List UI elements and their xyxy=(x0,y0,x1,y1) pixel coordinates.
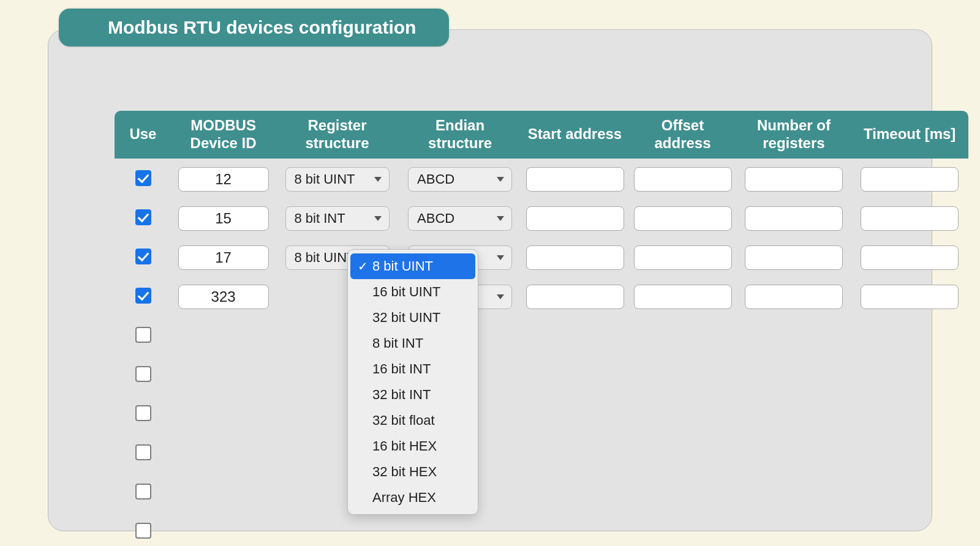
use-checkbox[interactable] xyxy=(135,405,151,421)
table-row: 8 bit UINTABCD xyxy=(115,237,968,276)
number-registers-input[interactable] xyxy=(745,245,843,270)
dropdown-option[interactable]: 32 bit HEX xyxy=(348,459,478,485)
col-use: Use xyxy=(115,111,172,159)
dropdown-option[interactable]: 16 bit INT xyxy=(348,356,478,382)
table-row xyxy=(115,433,968,472)
table-row xyxy=(115,472,968,511)
table-row: 8 bit UINTABCD xyxy=(115,276,968,315)
chevron-down-icon xyxy=(497,177,504,182)
offset-address-input[interactable] xyxy=(634,167,732,192)
register-structure-select[interactable]: 8 bit INT xyxy=(285,206,390,231)
endian-structure-select[interactable]: ABCD xyxy=(408,167,512,192)
use-checkbox[interactable] xyxy=(135,444,151,460)
col-device-id: MODBUS Device ID xyxy=(172,111,275,159)
number-registers-input[interactable] xyxy=(745,167,843,192)
table-row xyxy=(115,394,968,433)
chevron-down-icon xyxy=(497,255,504,260)
device-id-input[interactable] xyxy=(178,285,269,309)
chevron-down-icon xyxy=(497,294,504,299)
chevron-down-icon xyxy=(374,177,382,182)
col-number-registers: Number of registers xyxy=(737,111,851,159)
start-address-input[interactable] xyxy=(526,245,624,270)
endian-structure-value: ABCD xyxy=(417,211,454,226)
col-register-structure: Register structure xyxy=(275,111,399,159)
dropdown-option[interactable]: 16 bit HEX xyxy=(348,433,478,459)
register-structure-value: 8 bit UINT xyxy=(295,171,355,187)
table-row xyxy=(115,315,968,354)
config-table: Use MODBUS Device ID Register structure … xyxy=(115,111,968,546)
endian-structure-value: ABCD xyxy=(417,171,454,187)
register-structure-value: 8 bit UINT xyxy=(295,250,355,266)
use-checkbox[interactable] xyxy=(135,170,151,186)
use-checkbox[interactable] xyxy=(135,523,151,539)
col-timeout: Timeout [ms] xyxy=(851,111,968,159)
dropdown-option[interactable]: 32 bit UINT xyxy=(348,305,478,331)
table-row: 8 bit INTABCD xyxy=(115,198,968,237)
col-offset-address: Offset address xyxy=(629,111,737,159)
register-structure-select[interactable]: 8 bit UINT xyxy=(285,167,390,192)
use-checkbox[interactable] xyxy=(135,249,151,264)
device-id-input[interactable] xyxy=(178,167,269,192)
endian-structure-select[interactable]: ABCD xyxy=(408,206,512,231)
timeout-input[interactable] xyxy=(861,206,959,231)
use-checkbox[interactable] xyxy=(135,288,151,304)
panel-title: Modbus RTU devices configuration xyxy=(59,9,449,47)
start-address-input[interactable] xyxy=(526,285,624,309)
table-header-row: Use MODBUS Device ID Register structure … xyxy=(115,111,968,159)
register-structure-dropdown[interactable]: 8 bit UINT16 bit UINT32 bit UINT8 bit IN… xyxy=(347,249,478,515)
dropdown-option[interactable]: 32 bit INT xyxy=(348,382,478,408)
offset-address-input[interactable] xyxy=(634,285,732,309)
table-row xyxy=(115,511,968,546)
dropdown-option[interactable]: Array HEX xyxy=(348,485,478,510)
use-checkbox[interactable] xyxy=(135,366,151,382)
table-row: 8 bit UINTABCD xyxy=(115,159,968,198)
col-start-address: Start address xyxy=(521,111,629,159)
col-endian-structure: Endian structure xyxy=(399,111,521,159)
chevron-down-icon xyxy=(374,216,382,221)
number-registers-input[interactable] xyxy=(745,285,843,309)
register-structure-value: 8 bit INT xyxy=(295,211,345,226)
timeout-input[interactable] xyxy=(861,285,959,309)
use-checkbox[interactable] xyxy=(135,327,151,343)
offset-address-input[interactable] xyxy=(634,245,732,270)
device-id-input[interactable] xyxy=(178,245,269,270)
chevron-down-icon xyxy=(497,216,504,221)
dropdown-option[interactable]: 16 bit UINT xyxy=(348,279,478,305)
offset-address-input[interactable] xyxy=(634,206,732,231)
timeout-input[interactable] xyxy=(861,167,959,192)
start-address-input[interactable] xyxy=(526,167,624,192)
config-panel: Use MODBUS Device ID Register structure … xyxy=(48,29,932,531)
timeout-input[interactable] xyxy=(861,245,959,270)
dropdown-option[interactable]: 32 bit float xyxy=(348,408,478,433)
start-address-input[interactable] xyxy=(526,206,624,231)
use-checkbox[interactable] xyxy=(135,484,151,499)
dropdown-option[interactable]: 8 bit INT xyxy=(348,331,478,356)
config-table-wrap: Use MODBUS Device ID Register structure … xyxy=(115,111,968,546)
table-row xyxy=(115,354,968,394)
dropdown-option[interactable]: 8 bit UINT xyxy=(350,253,475,279)
device-id-input[interactable] xyxy=(178,206,269,231)
number-registers-input[interactable] xyxy=(745,206,843,231)
use-checkbox[interactable] xyxy=(135,209,151,225)
